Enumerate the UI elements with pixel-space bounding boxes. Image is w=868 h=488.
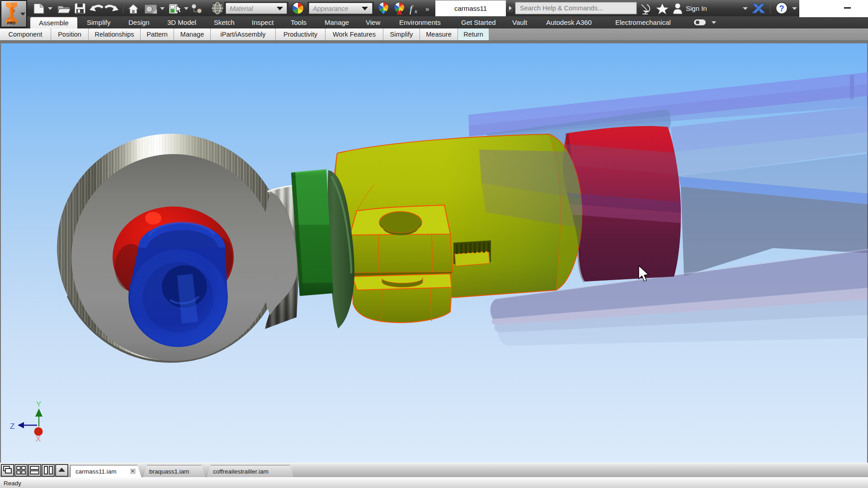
svg-text:Y: Y <box>36 400 41 408</box>
svg-text:Search Help & Commands...: Search Help & Commands... <box>520 5 603 12</box>
svg-text:?: ? <box>779 4 784 13</box>
svg-text:Z: Z <box>10 422 14 431</box>
svg-text:Sign In: Sign In <box>686 5 707 12</box>
svg-text:Material: Material <box>230 5 253 12</box>
svg-text:Appearance: Appearance <box>312 5 348 12</box>
svg-text:PRO: PRO <box>7 21 16 25</box>
svg-text:x: x <box>414 8 417 14</box>
svg-text:carmass11: carmass11 <box>454 5 487 12</box>
svg-text:X: X <box>36 435 41 443</box>
svg-text:f: f <box>410 3 414 14</box>
svg-text:»: » <box>425 5 429 13</box>
